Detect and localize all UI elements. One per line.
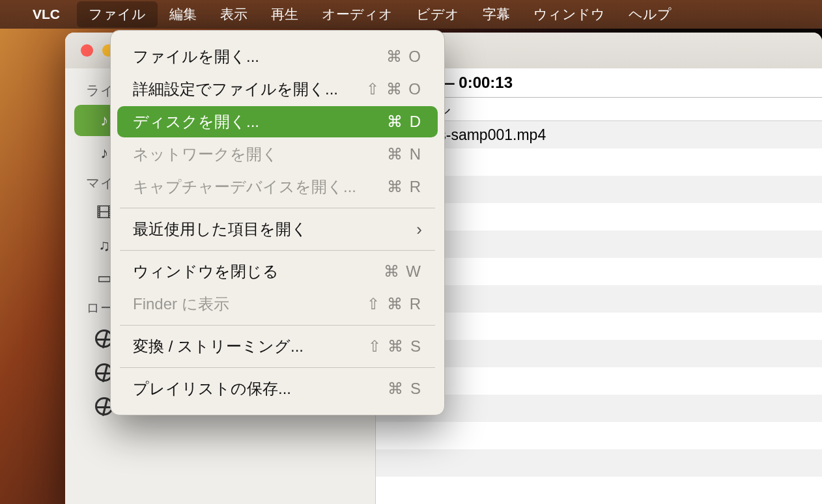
shortcut-text: ⇧ ⌘ R: [367, 295, 422, 313]
menu-separator: [120, 208, 435, 208]
shortcut-text: ⌘ W: [384, 262, 422, 281]
chevron-right-icon: ›: [416, 219, 422, 240]
menu-separator: [120, 250, 435, 251]
menu-separator: [120, 367, 435, 368]
menu-open-disc[interactable]: ディスクを開く... ⌘ D: [117, 106, 438, 137]
menubar-view[interactable]: 表示: [208, 1, 259, 27]
menu-separator: [120, 325, 435, 326]
menu-item-label: キャプチャーデバイスを開く...: [133, 176, 356, 197]
shortcut-text: ⌘ N: [387, 145, 422, 163]
menubar-edit[interactable]: 編集: [158, 1, 208, 27]
menubar-file[interactable]: ファイル: [77, 1, 158, 27]
menu-open-file[interactable]: ファイルを開く... ⌘ O: [117, 41, 438, 72]
menubar-window[interactable]: ウィンドウ: [522, 1, 617, 27]
menu-item-label: Finder に表示: [133, 294, 229, 315]
window-close-button[interactable]: [81, 44, 93, 57]
shortcut-text: ⌘ R: [387, 178, 422, 196]
menu-save-playlist[interactable]: プレイリストの保存... ⌘ S: [117, 373, 438, 404]
file-menu: ファイルを開く... ⌘ O 詳細設定でファイルを開く... ⇧ ⌘ O ディス…: [110, 30, 445, 415]
table-row: [376, 422, 822, 449]
menu-item-label: プレイリストの保存...: [133, 378, 291, 399]
app-name[interactable]: VLC: [33, 7, 60, 22]
menubar-audio[interactable]: オーディオ: [310, 1, 404, 27]
menu-open-recent[interactable]: 最近使用した項目を開く ›: [117, 214, 438, 245]
menu-item-label: 変換 / ストリーミング...: [133, 336, 304, 357]
shortcut-text: ⌘ D: [387, 113, 422, 131]
shortcut-text: ⇧ ⌘ O: [366, 80, 422, 98]
menu-reveal-in-finder[interactable]: Finder に表示 ⇧ ⌘ R: [117, 288, 438, 320]
menubar-playback[interactable]: 再生: [259, 1, 310, 27]
menu-item-label: ウィンドウを閉じる: [133, 261, 279, 282]
menubar-help[interactable]: ヘルプ: [617, 1, 683, 27]
shortcut-text: ⇧ ⌘ S: [368, 337, 422, 356]
menu-close-window[interactable]: ウィンドウを閉じる ⌘ W: [117, 256, 438, 287]
menu-item-label: 最近使用した項目を開く: [133, 219, 307, 240]
shortcut-text: ⌘ O: [386, 48, 422, 66]
menu-convert-stream[interactable]: 変換 / ストリーミング... ⇧ ⌘ S: [117, 331, 438, 362]
menu-open-file-advanced[interactable]: 詳細設定でファイルを開く... ⇧ ⌘ O: [117, 74, 438, 105]
macos-menubar: VLC ファイル 編集 表示 再生 オーディオ ビデオ 字幕 ウィンドウ ヘルプ: [0, 0, 822, 29]
menu-item-label: ディスクを開く...: [133, 111, 259, 132]
table-row: [376, 449, 822, 477]
shortcut-text: ⌘ S: [388, 380, 422, 398]
table-row: [376, 477, 822, 504]
menu-item-label: ネットワークを開く: [133, 144, 278, 165]
menubar-video[interactable]: ビデオ: [404, 1, 471, 27]
menubar-subtitle[interactable]: 字幕: [471, 1, 522, 27]
menu-item-label: 詳細設定でファイルを開く...: [133, 79, 338, 100]
menu-open-network[interactable]: ネットワークを開く ⌘ N: [117, 139, 438, 170]
menu-item-label: ファイルを開く...: [133, 46, 259, 67]
menu-open-capture[interactable]: キャプチャーデバイスを開く... ⌘ R: [117, 171, 438, 203]
